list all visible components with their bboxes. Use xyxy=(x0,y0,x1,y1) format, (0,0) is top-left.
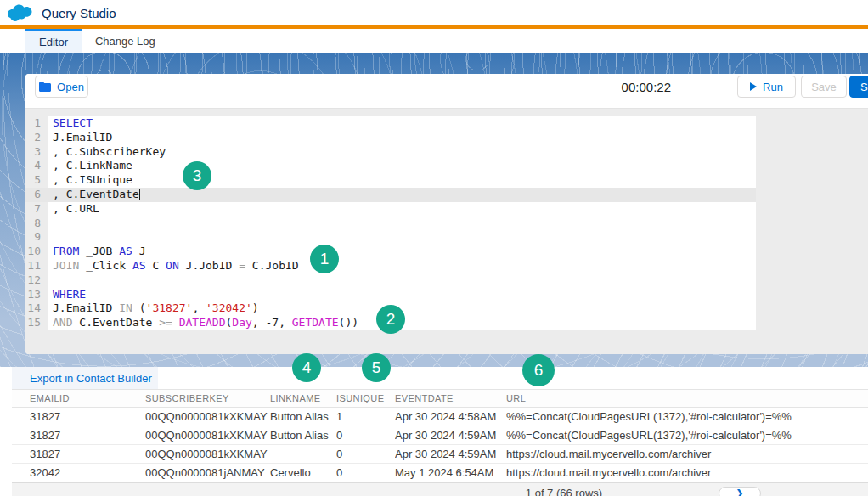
table-cell: Apr 30 2024 4:59AM xyxy=(395,448,506,460)
save-as-button-label: S xyxy=(860,81,868,93)
table-row[interactable]: 3182700QQn0000081kXKMAYButton Alias0Apr … xyxy=(12,426,868,445)
table-cell: 00QQn0000081kXKMAY xyxy=(145,429,270,442)
line-number: 8 xyxy=(25,217,48,231)
tab-bar: Editor Change Log xyxy=(0,29,868,53)
code-text: , C.LinkName xyxy=(48,159,756,173)
code-line-9[interactable]: 9 xyxy=(25,230,756,245)
annotation-circle-4: 4 xyxy=(292,353,321,382)
code-text: FROM _JOB AS J xyxy=(48,245,756,259)
page-title: Query Studio xyxy=(42,6,116,20)
code-line-11[interactable]: 11JOIN _Click AS C ON J.JobID = C.JobID xyxy=(25,259,756,273)
code-line-7[interactable]: 7, C.URL xyxy=(25,202,756,217)
table-row[interactable]: 3204200QQn0000081jANMAYCervello0May 1 20… xyxy=(12,464,868,482)
table-cell: 31827 xyxy=(12,429,145,442)
results-card: Export in Contact Builder EMAILIDSUBSCRI… xyxy=(12,367,868,496)
line-number: 9 xyxy=(25,230,48,245)
line-number: 2 xyxy=(25,131,48,145)
line-number: 5 xyxy=(25,173,48,188)
table-cell: https://cloud.mail.mycervello.com/archiv… xyxy=(506,466,868,479)
run-button-label: Run xyxy=(763,81,783,93)
table-cell: Cervello xyxy=(270,466,336,479)
code-line-8[interactable]: 8 xyxy=(25,217,756,231)
code-text xyxy=(48,273,756,288)
export-in-contact-builder-link[interactable]: Export in Contact Builder xyxy=(30,372,152,385)
salesforce-cloud-logo-icon xyxy=(8,3,35,22)
table-cell: 00QQn0000081jANMAY xyxy=(145,466,270,479)
table-cell: Button Alias xyxy=(270,410,336,423)
code-line-1[interactable]: 1SELECT xyxy=(25,116,756,131)
table-row[interactable]: 3182700QQn0000081kXKMAY0Apr 30 2024 4:59… xyxy=(12,445,868,464)
column-header-isunique[interactable]: ISUNIQUE xyxy=(336,393,395,403)
code-text: , C.EventDate xyxy=(48,188,756,202)
line-number: 13 xyxy=(25,288,48,302)
code-text: SELECT xyxy=(48,116,756,131)
app-header: Query Studio xyxy=(0,0,868,25)
table-row[interactable]: 3182700QQn0000081kXKMAYButton Alias1Apr … xyxy=(12,408,868,426)
column-header-linkname[interactable]: LINKNAME xyxy=(270,393,336,403)
table-cell: https://cloud.mail.mycervello.com/archiv… xyxy=(506,448,868,460)
column-header-emailid[interactable]: EMAILID xyxy=(12,393,145,403)
line-number: 1 xyxy=(25,116,48,131)
pagination-status: 1 of 7 (66 rows) xyxy=(411,487,717,496)
save-button[interactable]: Save xyxy=(801,76,847,98)
column-header-subscriberkey[interactable]: SUBSCRIBERKEY xyxy=(145,393,270,403)
code-text: , C.SubscriberKey xyxy=(48,145,756,160)
line-number: 6 xyxy=(25,188,48,202)
code-text: , C.ISUnique xyxy=(48,173,756,188)
sql-editor[interactable]: 1SELECT2J.EmailID3, C.SubscriberKey4, C.… xyxy=(25,108,868,354)
table-cell: Button Alias xyxy=(270,429,336,442)
next-page-button[interactable]: ❯ xyxy=(719,487,761,496)
table-cell: Apr 30 2024 4:58AM xyxy=(395,410,506,423)
play-icon xyxy=(750,82,757,91)
table-cell: 0 xyxy=(336,448,395,460)
run-button[interactable]: Run xyxy=(737,76,796,98)
results-footer: 1 of 7 (66 rows) ❯ xyxy=(12,482,868,496)
column-header-eventdate[interactable]: EVENTDATE xyxy=(395,393,506,403)
code-line-10[interactable]: 10FROM _JOB AS J xyxy=(25,245,756,259)
query-timer: 00:00:22 xyxy=(622,80,671,94)
editor-toolbar: Open 00:00:22 Run Save S xyxy=(25,74,868,108)
code-line-12[interactable]: 12 xyxy=(25,273,756,288)
table-cell: 32042 xyxy=(12,466,145,479)
chevron-right-icon: ❯ xyxy=(736,489,743,496)
annotation-circle-2: 2 xyxy=(376,305,405,334)
table-cell: 00QQn0000081kXKMAY xyxy=(145,410,270,423)
export-row: Export in Contact Builder xyxy=(12,367,868,389)
open-button[interactable]: Open xyxy=(35,76,88,98)
code-line-3[interactable]: 3, C.SubscriberKey xyxy=(25,145,756,160)
table-cell: 0 xyxy=(336,429,395,442)
save-as-button[interactable]: S xyxy=(849,76,868,98)
column-header-url[interactable]: URL xyxy=(506,393,868,403)
results-table-body: 3182700QQn0000081kXKMAYButton Alias1Apr … xyxy=(12,408,868,482)
table-cell: 1 xyxy=(336,410,395,423)
table-cell: 31827 xyxy=(12,410,145,423)
line-number: 12 xyxy=(25,273,48,288)
code-line-5[interactable]: 5, C.ISUnique xyxy=(25,173,756,188)
tab-editor[interactable]: Editor xyxy=(25,29,82,53)
code-text: WHERE xyxy=(48,288,756,302)
code-lines: 1SELECT2J.EmailID3, C.SubscriberKey4, C.… xyxy=(25,116,756,330)
line-number: 15 xyxy=(25,316,48,330)
code-line-4[interactable]: 4, C.LinkName xyxy=(25,159,756,173)
open-button-label: Open xyxy=(57,81,84,93)
line-number: 4 xyxy=(25,159,48,173)
code-line-6[interactable]: 6, C.EventDate xyxy=(25,188,756,202)
folder-icon xyxy=(39,82,51,92)
code-text xyxy=(48,230,756,245)
query-editor-card: Open 00:00:22 Run Save S 1SELECT2J.Email… xyxy=(25,74,868,354)
line-number: 7 xyxy=(25,202,48,217)
line-number: 10 xyxy=(25,245,48,259)
save-button-label: Save xyxy=(811,81,837,93)
table-cell: 31827 xyxy=(12,448,145,460)
table-cell: Apr 30 2024 4:59AM xyxy=(395,429,506,442)
table-cell: 00QQn0000081kXKMAY xyxy=(145,448,270,460)
code-text: JOIN _Click AS C ON J.JobID = C.JobID xyxy=(48,259,756,273)
table-cell: %%=Concat(CloudPagesURL(1372),'#roi-calc… xyxy=(506,410,868,423)
annotation-circle-5: 5 xyxy=(362,353,391,382)
annotation-circle-6: 6 xyxy=(522,354,555,386)
code-line-2[interactable]: 2J.EmailID xyxy=(25,131,756,145)
code-line-13[interactable]: 13WHERE xyxy=(25,288,756,302)
code-text: , C.URL xyxy=(48,202,756,217)
tab-change-log[interactable]: Change Log xyxy=(82,29,169,53)
line-number: 3 xyxy=(25,145,48,160)
